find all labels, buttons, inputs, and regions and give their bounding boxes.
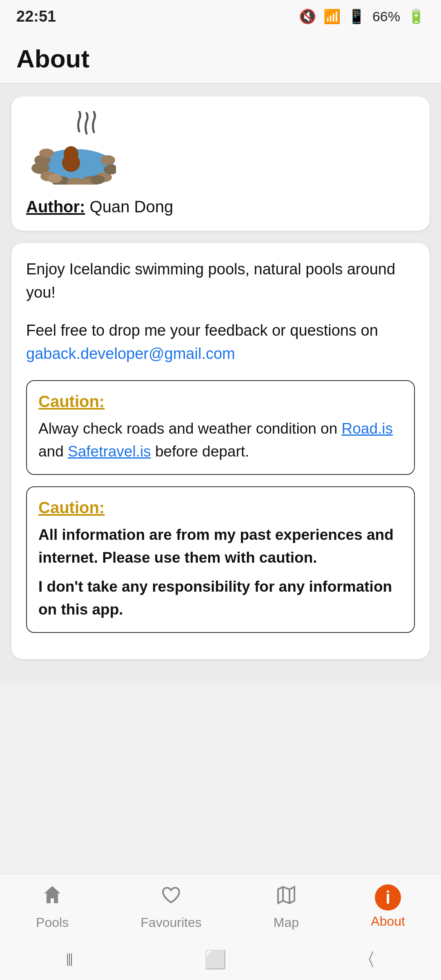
nav-pools[interactable]: Pools	[36, 884, 69, 930]
svg-point-13	[90, 175, 105, 184]
caution-title-1: Caution:	[38, 392, 403, 411]
author-card: Author: Quan Dong	[11, 96, 430, 231]
caution-box-2: Caution: All information are from my pas…	[26, 486, 415, 633]
favourites-label: Favourites	[140, 915, 201, 930]
svg-point-11	[47, 174, 62, 183]
caution-text-1: Alway check roads and weather condition …	[38, 417, 403, 463]
recent-apps-button[interactable]: ⦀	[66, 949, 73, 970]
caution-title-2: Caution:	[38, 499, 403, 517]
map-icon	[275, 884, 298, 912]
favourites-icon	[160, 884, 183, 912]
battery-text: 66%	[372, 9, 400, 24]
battery-icon: 🔋	[408, 8, 425, 24]
svg-point-15	[64, 146, 78, 162]
status-time: 22:51	[16, 8, 56, 25]
page-title: About	[0, 33, 441, 83]
mute-icon: 🔇	[299, 8, 316, 24]
nav-map[interactable]: Map	[274, 884, 299, 930]
pools-label: Pools	[36, 915, 69, 930]
wifi-icon: 📶	[323, 8, 341, 24]
nav-favourites[interactable]: Favourites	[140, 884, 201, 930]
feedback-text: Feel free to drop me your feedback or qu…	[26, 319, 415, 365]
hot-spring-illustration	[26, 111, 116, 185]
svg-point-8	[100, 155, 115, 165]
caution2-line2: I don't take any responsibility for any …	[38, 575, 403, 621]
about-label: About	[371, 914, 405, 929]
svg-point-10	[39, 149, 54, 158]
caution-box-1: Caution: Alway check roads and weather c…	[26, 380, 415, 475]
status-bar: 22:51 🔇 📶 📱 66% 🔋	[0, 0, 441, 33]
author-line: Author: Quan Dong	[26, 198, 415, 216]
intro-text: Enjoy Icelandic swimming pools, natural …	[26, 258, 415, 304]
status-icons: 🔇 📶 📱 66% 🔋	[299, 8, 425, 24]
system-nav-bar: ⦀ ⬜ 〈	[0, 939, 441, 980]
description-card: Enjoy Icelandic swimming pools, natural …	[11, 243, 430, 659]
map-label: Map	[274, 915, 299, 930]
bottom-nav: Pools Favourites Map i About	[0, 874, 441, 939]
back-button[interactable]: 〈	[358, 948, 376, 972]
signal-icon: 📱	[348, 8, 365, 24]
about-icon: i	[375, 884, 401, 911]
content-area: Author: Quan Dong Enjoy Icelandic swimmi…	[0, 84, 441, 684]
caution2-line1: All information are from my past experie…	[38, 523, 403, 569]
nav-about[interactable]: i About	[371, 884, 405, 929]
email-link[interactable]: gaback.developer@gmail.com	[26, 345, 235, 362]
pools-icon	[41, 884, 64, 912]
home-button[interactable]: ⬜	[204, 949, 227, 970]
